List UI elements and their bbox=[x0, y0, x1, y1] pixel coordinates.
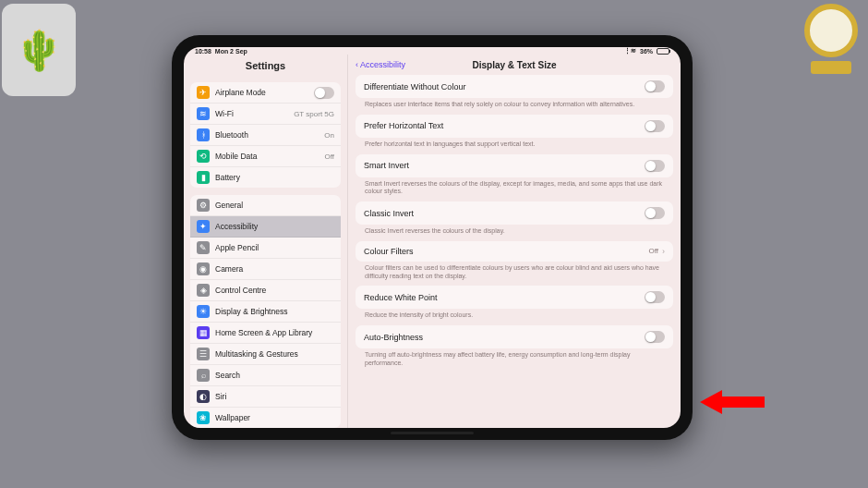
sidebar-item-airplane-mode[interactable]: ✈Airplane Mode bbox=[190, 82, 341, 104]
svg-marker-0 bbox=[700, 390, 765, 414]
chevron-right-icon: › bbox=[662, 247, 665, 256]
battery-icon: ▮ bbox=[197, 171, 210, 184]
sidebar-item-apple-pencil[interactable]: ✎Apple Pencil bbox=[190, 238, 341, 259]
toggle-classic-invert[interactable] bbox=[645, 207, 665, 219]
setting-row-reduce-white-point[interactable]: Reduce White Point bbox=[356, 286, 673, 309]
sidebar-item-bluetooth[interactable]: ᚼBluetoothOn bbox=[190, 125, 341, 146]
setting-description: Reduce the intensity of bright colours. bbox=[356, 309, 673, 325]
mobile-data-icon: ⟲ bbox=[197, 150, 210, 163]
screen: 10:58 Mon 2 Sep ⋮≋ 36% Settings ✈Airplan… bbox=[184, 47, 681, 428]
sidebar: Settings ✈Airplane Mode≋Wi-FiGT sport 5G… bbox=[184, 55, 348, 428]
setting-description: Prefer horizontal text in languages that… bbox=[356, 138, 673, 154]
search-icon: ⌕ bbox=[197, 369, 210, 382]
wifi-icon: ⋮≋ bbox=[624, 47, 636, 55]
status-right: ⋮≋ 36% bbox=[624, 47, 669, 55]
main-panel: ‹ Accessibility Display & Text Size Diff… bbox=[348, 55, 681, 428]
chevron-left-icon: ‹ bbox=[356, 60, 358, 69]
toggle-reduce-white-point[interactable] bbox=[645, 291, 665, 303]
sidebar-item-value: GT sport 5G bbox=[294, 110, 334, 118]
apple-pencil-icon: ✎ bbox=[197, 241, 210, 254]
status-date: Mon 2 Sep bbox=[215, 48, 247, 55]
sidebar-title: Settings bbox=[184, 55, 347, 79]
sidebar-item-search[interactable]: ⌕Search bbox=[190, 365, 341, 386]
home-screen-app-library-icon: ▦ bbox=[197, 326, 210, 339]
sidebar-item-wallpaper[interactable]: ❀Wallpaper bbox=[190, 408, 341, 428]
sidebar-item-label: Siri bbox=[215, 392, 334, 401]
sidebar-item-wi-fi[interactable]: ≋Wi-FiGT sport 5G bbox=[190, 104, 341, 125]
setting-group: Reduce White Point bbox=[356, 286, 673, 309]
setting-row-auto-brightness[interactable]: Auto-Brightness bbox=[356, 325, 673, 348]
toggle-auto-brightness[interactable] bbox=[645, 331, 665, 343]
battery-percent: 36% bbox=[640, 48, 653, 55]
sidebar-item-siri[interactable]: ◐Siri bbox=[190, 386, 341, 408]
setting-description: Smart Invert reverses the colours of the… bbox=[356, 177, 673, 202]
setting-label: Classic Invert bbox=[364, 209, 414, 218]
status-left: 10:58 Mon 2 Sep bbox=[195, 48, 247, 55]
setting-description: Turning off auto-brightness may affect b… bbox=[356, 348, 673, 373]
sidebar-item-accessibility[interactable]: ✦Accessibility bbox=[190, 216, 341, 238]
setting-row-prefer-horizontal-text[interactable]: Prefer Horizontal Text bbox=[356, 115, 673, 138]
siri-icon: ◐ bbox=[197, 390, 210, 403]
back-label: Accessibility bbox=[360, 60, 405, 69]
setting-group: Classic Invert bbox=[356, 201, 673, 225]
setting-row-smart-invert[interactable]: Smart Invert bbox=[356, 154, 673, 177]
sidebar-item-label: Apple Pencil bbox=[215, 243, 334, 252]
setting-row-colour-filters[interactable]: Colour FiltersOff› bbox=[356, 241, 673, 262]
setting-label: Prefer Horizontal Text bbox=[364, 121, 443, 130]
toggle-smart-invert[interactable] bbox=[645, 160, 665, 172]
back-button[interactable]: ‹ Accessibility bbox=[356, 60, 405, 69]
sidebar-item-home-screen-app-library[interactable]: ▦Home Screen & App Library bbox=[190, 323, 341, 344]
sidebar-item-battery[interactable]: ▮Battery bbox=[190, 167, 341, 188]
setting-group: Smart Invert bbox=[356, 154, 673, 177]
sidebar-item-value: On bbox=[324, 131, 334, 140]
clock-decor bbox=[798, 4, 864, 81]
main-scroll[interactable]: Differentiate Without ColourReplaces use… bbox=[348, 75, 681, 428]
status-bar: 10:58 Mon 2 Sep ⋮≋ 36% bbox=[184, 47, 681, 55]
sidebar-item-label: Camera bbox=[215, 264, 334, 274]
battery-icon bbox=[657, 48, 669, 55]
toggle-prefer-horizontal-text[interactable] bbox=[645, 120, 665, 132]
accessibility-icon: ✦ bbox=[197, 220, 210, 233]
camera-icon: ◉ bbox=[197, 262, 210, 275]
sidebar-item-label: Accessibility bbox=[215, 222, 334, 231]
setting-label: Smart Invert bbox=[364, 161, 409, 170]
setting-label: Auto-Brightness bbox=[364, 333, 423, 342]
sidebar-item-label: Home Screen & App Library bbox=[215, 328, 334, 337]
sidebar-group-general: ⚙General✦Accessibility✎Apple Pencil◉Came… bbox=[190, 195, 341, 428]
setting-row-differentiate-without-colour[interactable]: Differentiate Without Colour bbox=[356, 75, 673, 98]
airplane-mode-icon: ✈ bbox=[197, 86, 210, 99]
ipad-device: 10:58 Mon 2 Sep ⋮≋ 36% Settings ✈Airplan… bbox=[172, 35, 693, 440]
setting-group: Colour FiltersOff› bbox=[356, 241, 673, 262]
sidebar-item-general[interactable]: ⚙General bbox=[190, 195, 341, 216]
sidebar-item-multitasking-gestures[interactable]: ☰Multitasking & Gestures bbox=[190, 344, 341, 365]
plant-decor bbox=[2, 4, 76, 96]
main-header: ‹ Accessibility Display & Text Size bbox=[348, 55, 681, 75]
setting-label: Differentiate Without Colour bbox=[364, 82, 465, 92]
sidebar-item-display-brightness[interactable]: ☀Display & Brightness bbox=[190, 301, 341, 323]
sidebar-item-camera[interactable]: ◉Camera bbox=[190, 259, 341, 280]
sidebar-item-label: Multitasking & Gestures bbox=[215, 349, 334, 359]
setting-description: Replaces user interface items that rely … bbox=[356, 98, 673, 115]
sidebar-item-label: Wi-Fi bbox=[215, 109, 288, 118]
sidebar-item-label: General bbox=[215, 201, 334, 210]
sidebar-item-label: Wallpaper bbox=[215, 413, 334, 422]
setting-description: Colour filters can be used to differenti… bbox=[356, 262, 673, 287]
sidebar-item-mobile-data[interactable]: ⟲Mobile DataOff bbox=[190, 146, 341, 167]
setting-row-classic-invert[interactable]: Classic Invert bbox=[356, 201, 673, 225]
setting-group: Prefer Horizontal Text bbox=[356, 115, 673, 138]
setting-group: Differentiate Without Colour bbox=[356, 75, 673, 98]
general-icon: ⚙ bbox=[197, 199, 210, 212]
multitasking-gestures-icon: ☰ bbox=[197, 348, 210, 360]
sidebar-item-control-centre[interactable]: ◈Control Centre bbox=[190, 280, 341, 301]
display-brightness-icon: ☀ bbox=[197, 305, 210, 318]
wi-fi-icon: ≋ bbox=[197, 107, 210, 120]
toggle[interactable] bbox=[314, 87, 334, 99]
sidebar-item-label: Battery bbox=[215, 173, 334, 182]
setting-group: Auto-Brightness bbox=[356, 325, 673, 348]
toggle-differentiate-without-colour[interactable] bbox=[645, 80, 665, 92]
bluetooth-icon: ᚼ bbox=[197, 128, 210, 141]
sidebar-group-connectivity: ✈Airplane Mode≋Wi-FiGT sport 5GᚼBluetoot… bbox=[190, 82, 341, 188]
sidebar-item-label: Control Centre bbox=[215, 286, 334, 295]
wallpaper-icon: ❀ bbox=[197, 411, 210, 424]
sidebar-item-label: Mobile Data bbox=[215, 152, 319, 161]
